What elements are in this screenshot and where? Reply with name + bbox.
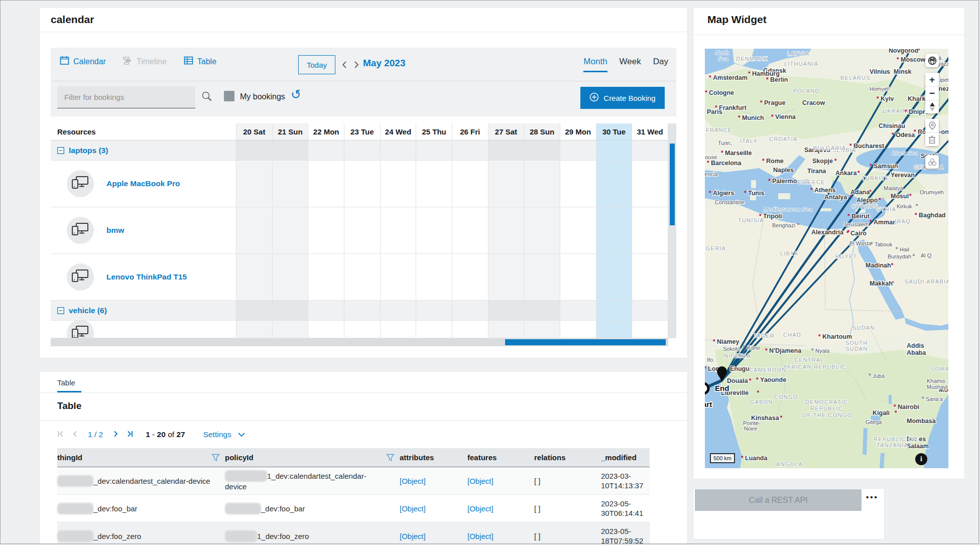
day-header-30-Tue[interactable]: 30 Tue (596, 123, 633, 141)
day-cell[interactable] (632, 207, 668, 254)
day-header-20-Sat[interactable]: 20 Sat (236, 123, 273, 141)
day-cell[interactable] (236, 321, 273, 338)
day-cell[interactable] (308, 321, 344, 338)
create-booking-button[interactable]: Create Booking (580, 87, 665, 109)
day-cell[interactable] (524, 207, 560, 254)
attributes-object-link[interactable]: [Object] (400, 532, 426, 540)
day-cell[interactable] (560, 301, 596, 321)
filter-bookings-input[interactable] (57, 86, 195, 108)
day-header-24-Wed[interactable]: 24 Wed (381, 123, 417, 141)
day-cell[interactable] (524, 161, 560, 207)
day-cell[interactable] (596, 161, 633, 207)
info-icon[interactable]: i (915, 453, 927, 465)
group-toggle[interactable]: vehicle (6) (51, 301, 236, 320)
day-cell[interactable] (452, 254, 488, 301)
view-day[interactable]: Day (653, 57, 668, 72)
day-cell[interactable] (308, 141, 344, 161)
day-cell[interactable] (273, 207, 309, 254)
today-button[interactable]: Today (298, 55, 335, 74)
day-cell[interactable] (344, 321, 381, 338)
features-object-link[interactable]: [Object] (467, 504, 494, 513)
day-cell[interactable] (381, 141, 417, 161)
prev-page-icon[interactable] (72, 430, 78, 440)
attributes-object-link[interactable]: [Object] (400, 504, 426, 513)
day-cell[interactable] (596, 301, 633, 321)
day-cell[interactable] (488, 141, 525, 161)
day-cell[interactable] (344, 207, 381, 254)
column-attributes[interactable]: attributes (400, 453, 467, 462)
tab-table-widget[interactable]: Table (57, 378, 75, 387)
day-header-27-Sat[interactable]: 27 Sat (488, 123, 525, 141)
last-page-icon[interactable] (126, 430, 134, 440)
column-thingid[interactable]: thingId (57, 453, 225, 462)
cluster-icon[interactable] (925, 155, 939, 169)
pin-icon[interactable] (925, 119, 939, 132)
horizontal-scrollbar-thumb[interactable] (505, 339, 666, 345)
tab-timeline[interactable]: Timeline (123, 56, 167, 67)
day-header-21-Sun[interactable]: 21 Sun (273, 123, 309, 141)
day-cell[interactable] (381, 301, 417, 321)
search-icon[interactable] (201, 91, 212, 104)
day-cell[interactable] (452, 321, 488, 338)
day-cell[interactable] (632, 141, 668, 161)
day-header-31-Wed[interactable]: 31 Wed (632, 123, 668, 141)
day-cell[interactable] (273, 141, 309, 161)
resource-name-link[interactable]: Apple MacBook Pro (106, 179, 180, 188)
day-cell[interactable] (236, 301, 273, 321)
day-cell[interactable] (381, 321, 417, 338)
features-object-link[interactable]: [Object] (467, 477, 494, 485)
day-cell[interactable] (524, 254, 560, 301)
day-header-29-Mon[interactable]: 29 Mon (560, 123, 596, 141)
call-rest-api-button[interactable]: Call a REST API (695, 489, 862, 511)
filter-icon[interactable] (211, 454, 220, 462)
day-cell[interactable] (381, 207, 417, 254)
group-toggle[interactable]: laptops (3) (51, 141, 236, 160)
settings-button[interactable]: Settings (203, 430, 246, 439)
day-cell[interactable] (452, 301, 488, 321)
day-cell[interactable] (632, 321, 668, 338)
day-cell[interactable] (596, 321, 633, 338)
more-options-icon[interactable]: ••• (866, 493, 879, 501)
view-month[interactable]: Month (583, 57, 607, 72)
next-period-chevron-icon[interactable] (354, 59, 362, 71)
day-cell[interactable] (344, 161, 381, 207)
map-canvas[interactable]: NorthSeaDENMARKGdanskLATVIALITHUANIANovg… (705, 49, 948, 468)
day-cell[interactable] (381, 161, 417, 207)
day-cell[interactable] (416, 321, 452, 338)
day-cell[interactable] (560, 254, 596, 301)
day-cell[interactable] (308, 161, 344, 207)
day-cell[interactable] (596, 207, 633, 254)
day-cell[interactable] (632, 254, 668, 301)
day-cell[interactable] (488, 161, 525, 207)
column-policyid[interactable]: policyId (225, 453, 400, 462)
view-week[interactable]: Week (620, 57, 641, 72)
day-cell[interactable] (344, 301, 381, 321)
zoom-in-button[interactable]: + (925, 73, 939, 86)
day-header-22-Mon[interactable]: 22 Mon (308, 123, 344, 141)
tab-calendar[interactable]: Calendar (60, 56, 106, 67)
day-cell[interactable] (236, 161, 273, 207)
day-cell[interactable] (308, 207, 344, 254)
day-cell[interactable] (344, 254, 381, 301)
day-cell[interactable] (524, 321, 560, 338)
prev-period-chevron-icon[interactable] (342, 59, 350, 71)
column-modified[interactable]: _modified (601, 453, 650, 462)
globe-icon[interactable] (925, 54, 939, 67)
day-cell[interactable] (560, 321, 596, 338)
tab-table[interactable]: Table (184, 56, 216, 67)
day-cell[interactable] (273, 321, 309, 338)
day-cell[interactable] (416, 254, 452, 301)
day-cell[interactable] (381, 254, 417, 301)
vertical-scrollbar-thumb[interactable] (670, 144, 675, 225)
day-cell[interactable] (416, 207, 452, 254)
day-cell[interactable] (236, 254, 273, 301)
day-cell[interactable] (560, 161, 596, 207)
zoom-out-button[interactable]: − (925, 86, 939, 100)
day-cell[interactable] (452, 141, 488, 161)
day-cell[interactable] (632, 161, 668, 207)
features-object-link[interactable]: [Object] (467, 532, 494, 540)
day-header-26-Fri[interactable]: 26 Fri (452, 123, 488, 141)
day-cell[interactable] (416, 161, 452, 207)
first-page-icon[interactable] (57, 430, 65, 440)
resource-name-link[interactable]: bmw (106, 226, 124, 235)
